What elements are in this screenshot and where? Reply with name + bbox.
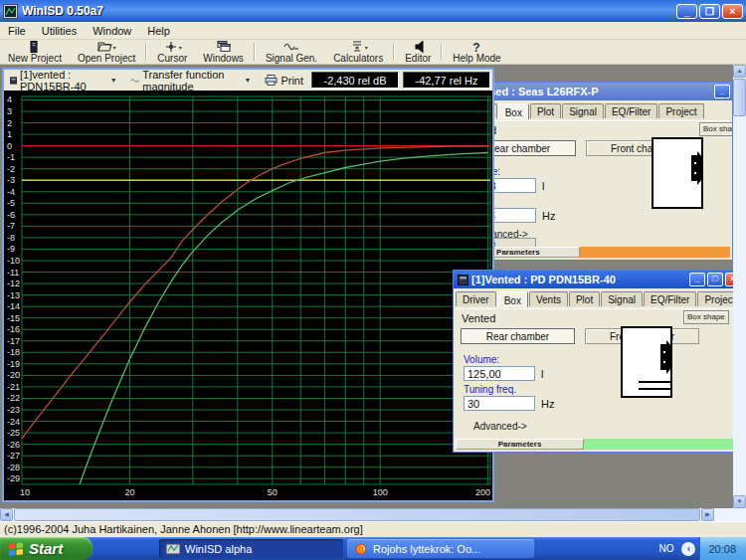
svg-text:-11: -11 xyxy=(7,268,19,278)
svg-text:?: ? xyxy=(473,41,480,53)
menu-item-file[interactable]: File xyxy=(0,23,34,39)
tab-box[interactable]: Box xyxy=(498,103,529,119)
svg-text:-27: -27 xyxy=(7,451,20,461)
vented-window-tabs: DriverBoxVentsPlotSignalEQ/FilterProject xyxy=(454,288,743,306)
toolbar-button-calculators[interactable]: ▾Calculators xyxy=(325,40,391,64)
maximize-button[interactable]: □ xyxy=(707,273,723,286)
scroll-thumb[interactable] xyxy=(14,508,700,521)
svg-text:-14: -14 xyxy=(7,301,20,311)
svg-text:-20: -20 xyxy=(7,370,20,380)
field-input-volume[interactable]: 125,00 xyxy=(464,366,535,381)
svg-text:-13: -13 xyxy=(7,290,20,300)
box-shape-button[interactable]: Box shape xyxy=(683,310,729,324)
toolbar-button-editor[interactable]: Editor xyxy=(397,40,439,64)
mdi-workspace: [1]vented : PDN15BR-40 ▼ Transfer functi… xyxy=(0,65,746,508)
chamber-button-rear-chamber[interactable]: Rear chamber xyxy=(461,328,575,344)
svg-text:-6: -6 xyxy=(7,210,15,220)
svg-text:-23: -23 xyxy=(7,405,20,415)
tab-plot[interactable]: Plot xyxy=(530,103,561,118)
parameters-bar: Parameters xyxy=(456,439,741,450)
transfer-function-chart[interactable]: 43210-1-2-3-4-5-6-7-8-9-10-11-12-13-14-1… xyxy=(4,91,492,500)
taskbar-task-2[interactable]: Rojohs lyttekrok: Oo... xyxy=(347,539,534,558)
field-input-tuningfreq[interactable]: 30 xyxy=(464,396,535,411)
toolbar-separator xyxy=(441,43,443,61)
svg-text:0: 0 xyxy=(7,141,12,151)
app-icon xyxy=(3,4,18,19)
svg-text:100: 100 xyxy=(373,487,388,497)
svg-text:-8: -8 xyxy=(7,233,15,243)
plot-type-value: Transfer function magnitude xyxy=(142,69,238,93)
start-button[interactable]: Start xyxy=(0,537,93,560)
scroll-left-button[interactable]: ◀ xyxy=(0,508,13,521)
svg-text:-9: -9 xyxy=(7,244,15,254)
plot-window: [1]vented : PDN15BR-40 ▼ Transfer functi… xyxy=(2,68,494,502)
copyright-text: (c)1996-2004 Juha Hartikainen, Janne Aho… xyxy=(4,523,363,535)
scroll-up-button[interactable]: ▲ xyxy=(733,65,746,78)
maximize-button[interactable]: ❐ xyxy=(699,4,720,19)
minimize-button[interactable]: _ xyxy=(676,4,697,19)
menu-item-utilities[interactable]: Utilities xyxy=(34,23,85,39)
toolbar-button-cursor[interactable]: ▾Cursor xyxy=(149,40,195,64)
vented-fields: Volume:125,00lTuning freq.30Hz xyxy=(464,351,593,411)
advanced-link[interactable]: Advanced-> xyxy=(473,421,527,432)
printer-icon xyxy=(265,75,278,86)
tab-signal[interactable]: Signal xyxy=(601,291,643,306)
tab-eq-filter[interactable]: EQ/Filter xyxy=(605,103,657,118)
closed-box-diagram xyxy=(652,137,703,209)
tab-driver[interactable]: Driver xyxy=(456,291,496,306)
vented-window-titlebar[interactable]: [1]Vented : PD PDN15BR-40 _ □ × xyxy=(454,271,743,288)
svg-text:50: 50 xyxy=(268,487,278,497)
toolbar-button-new-project[interactable]: New Project xyxy=(0,40,70,64)
box-shape-button[interactable]: Box shape xyxy=(699,122,733,136)
toolbar-button-help-mode[interactable]: ?Help Mode xyxy=(445,40,508,64)
minimize-button[interactable]: _ xyxy=(714,85,730,98)
close-button[interactable]: × xyxy=(722,4,743,19)
tab-vents[interactable]: Vents xyxy=(529,291,568,306)
language-indicator[interactable]: NO xyxy=(651,543,681,554)
parameters-bar: Parameters xyxy=(457,247,730,258)
menubar: FileUtilitiesWindowHelp xyxy=(0,22,746,40)
svg-text:1: 1 xyxy=(7,129,12,139)
svg-text:-22: -22 xyxy=(7,393,20,403)
scroll-right-button[interactable]: ▶ xyxy=(701,508,714,521)
taskbar-task-1[interactable]: WinISD alpha xyxy=(159,539,343,558)
svg-text:-3: -3 xyxy=(7,175,15,185)
svg-text:4: 4 xyxy=(7,94,12,104)
menu-item-window[interactable]: Window xyxy=(85,23,139,39)
mdi-vertical-scrollbar[interactable]: ▲ ▼ xyxy=(733,65,746,508)
project-selector-combo[interactable]: [1]vented : PDN15BR-40 ▼ xyxy=(6,68,121,93)
menu-item-help[interactable]: Help xyxy=(139,23,178,39)
toolbar-separator xyxy=(145,43,147,61)
tab-box[interactable]: Box xyxy=(497,291,528,307)
windows-flag-icon xyxy=(8,541,24,556)
parameters-label[interactable]: Parameters xyxy=(456,439,584,450)
toolbar-button-open-project[interactable]: ▾Open Project xyxy=(70,40,143,64)
toolbar-button-windows[interactable]: Windows xyxy=(195,40,252,64)
tab-signal[interactable]: Signal xyxy=(562,103,604,118)
scroll-thumb[interactable] xyxy=(733,79,746,116)
vented-window-body: Vented Box shape Rear chamberFront chamb… xyxy=(456,308,741,438)
tab-eq-filter[interactable]: EQ/Filter xyxy=(644,291,696,306)
svg-text:-4: -4 xyxy=(7,187,15,197)
plot-type-combo[interactable]: Transfer function magnitude ▼ xyxy=(127,68,256,93)
print-label: Print xyxy=(280,75,303,87)
svg-text:20: 20 xyxy=(124,487,134,497)
minimize-button[interactable]: _ xyxy=(689,273,705,286)
svg-text:-24: -24 xyxy=(7,417,20,427)
closed-window-titlebar[interactable]: [2]Closed : Seas L26RFX-P _ xyxy=(455,83,732,100)
svg-text:-2: -2 xyxy=(7,164,15,174)
svg-text:-5: -5 xyxy=(7,198,15,208)
mdi-horizontal-scrollbar[interactable]: ◀ ▶ xyxy=(0,508,746,521)
scroll-down-button[interactable]: ▼ xyxy=(733,495,746,508)
svg-text:-21: -21 xyxy=(7,382,20,392)
svg-text:-19: -19 xyxy=(7,359,20,369)
tab-plot[interactable]: Plot xyxy=(569,291,600,306)
toolbar-button-signal-gen-[interactable]: Signal Gen. xyxy=(258,40,325,64)
app-title: WinISD 0.50a7 xyxy=(22,4,674,18)
tray-chevron-icon[interactable]: ‹ xyxy=(681,542,695,556)
start-label: Start xyxy=(29,540,63,557)
print-button[interactable]: Print xyxy=(261,74,307,88)
svg-text:-26: -26 xyxy=(7,440,20,450)
taskbar-clock[interactable]: 20:08 xyxy=(699,537,746,560)
tab-project[interactable]: Project xyxy=(658,103,703,118)
